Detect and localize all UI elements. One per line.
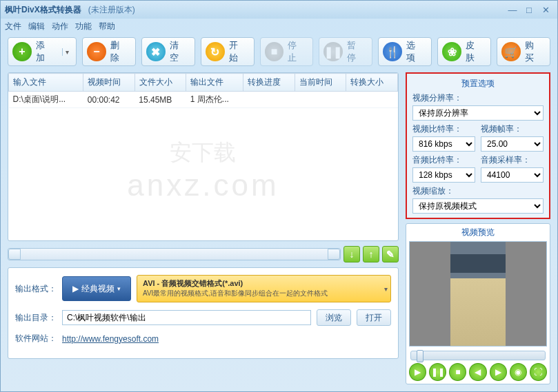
preset-title: 预置选项	[412, 78, 544, 90]
maximize-button[interactable]: □	[521, 3, 537, 16]
menu-function[interactable]: 功能	[75, 21, 92, 32]
move-up-button[interactable]: ↑	[363, 246, 379, 262]
output-format-label: 输出格式：	[15, 283, 57, 295]
col-output[interactable]: 输出文件	[186, 74, 243, 92]
menu-file[interactable]: 文件	[5, 21, 21, 32]
output-dir-input[interactable]	[62, 310, 311, 325]
file-table-panel: 输入文件 视频时间 文件大小 输出文件 转换进度 当前时间 转换大小 D:\桌面…	[8, 72, 399, 241]
fps-label: 视频帧率：	[481, 123, 544, 135]
left-pane: 输入文件 视频时间 文件大小 输出文件 转换进度 当前时间 转换大小 D:\桌面…	[8, 72, 399, 384]
resolution-label: 视频分辨率：	[412, 92, 544, 104]
close-button[interactable]: ✕	[538, 3, 553, 16]
seek-slider[interactable]	[410, 351, 546, 360]
chevron-down-icon: ▾	[384, 285, 388, 293]
skin-button[interactable]: ❀皮肤	[437, 37, 491, 66]
file-table: 输入文件 视频时间 文件大小 输出文件 转换进度 当前时间 转换大小 D:\桌面…	[8, 73, 398, 108]
fps-select[interactable]: 25.00	[481, 136, 544, 152]
stop-icon: ■	[265, 42, 284, 61]
plus-icon: +	[12, 42, 32, 61]
fullscreen-button[interactable]: ⛶	[530, 363, 547, 381]
app-window: 枫叶DivX格式转换器 (未注册版本) — □ ✕ 文件 编辑 动作 功能 帮助…	[0, 0, 558, 392]
clear-button[interactable]: ✖清空	[141, 37, 195, 66]
delete-button[interactable]: −删除	[82, 37, 136, 66]
next-button[interactable]: ▶	[490, 363, 507, 381]
prev-button[interactable]: ◀	[469, 363, 486, 381]
chevron-down-icon[interactable]: ▾	[62, 48, 69, 56]
buy-button[interactable]: 🛒购买	[497, 37, 550, 66]
preview-panel: 视频预览 ▶ ❚❚ ■ ◀ ▶ ◉ ⛶	[406, 223, 550, 384]
play-button[interactable]: ▶	[409, 363, 426, 381]
resolution-select[interactable]: 保持原分辨率	[412, 105, 544, 121]
pause-icon: ❚❚	[323, 42, 343, 61]
col-convsize[interactable]: 转换大小	[346, 74, 398, 92]
vbitrate-select[interactable]: 816 kbps	[412, 136, 475, 152]
app-title: 枫叶DivX格式转换器	[5, 4, 81, 16]
abitrate-label: 音频比特率：	[412, 154, 475, 166]
col-progress[interactable]: 转换进度	[243, 74, 295, 92]
scale-label: 视频缩放：	[412, 185, 544, 197]
apple-icon: ❀	[442, 42, 461, 61]
clear-icon: ✖	[146, 42, 166, 61]
play-icon: ▶	[72, 284, 79, 293]
toolbar: +添加▾ −删除 ✖清空 ↻开始 ■停止 ❚❚暂停 🍴选项 ❀皮肤 🛒购买	[1, 34, 557, 70]
menu-edit[interactable]: 编辑	[28, 21, 45, 32]
preview-title: 视频预览	[409, 227, 547, 238]
samplerate-label: 音频采样率：	[481, 154, 544, 166]
site-link[interactable]: http://www.fengyesoft.com	[62, 334, 159, 344]
cart-icon: 🛒	[501, 42, 521, 61]
col-input[interactable]: 输入文件	[9, 74, 83, 92]
table-row[interactable]: D:\桌面\说明... 00:00:42 15.45MB 1 周杰伦...	[9, 92, 398, 108]
samplerate-select[interactable]: 44100	[481, 167, 544, 183]
col-fsize[interactable]: 文件大小	[134, 74, 186, 92]
right-pane: 预置选项 视频分辨率： 保持原分辨率 视频比特率： 816 kbps 视频帧率：…	[406, 72, 550, 384]
options-button[interactable]: 🍴选项	[378, 37, 432, 66]
output-dir-label: 输出目录：	[15, 312, 57, 324]
refresh-icon: ↻	[206, 42, 225, 61]
menu-action[interactable]: 动作	[52, 21, 68, 32]
move-down-button[interactable]: ↓	[343, 246, 360, 262]
browse-button[interactable]: 浏览	[317, 309, 351, 326]
snapshot-button[interactable]: ◉	[510, 363, 527, 381]
titlebar: 枫叶DivX格式转换器 (未注册版本) — □ ✕	[1, 1, 557, 19]
stop-button: ■停止	[260, 37, 314, 66]
app-subtitle: (未注册版本)	[88, 4, 135, 16]
table-controls: ↓ ↑ ✎	[8, 245, 399, 263]
scale-select[interactable]: 保持原视频模式	[412, 198, 544, 214]
watermark: 安下载 anxz.com	[127, 137, 279, 202]
output-panel: 输出格式： ▶ 经典视频 ▾ AVI - 音频视频交错格式(*.avi) AVI…	[8, 267, 399, 359]
stop-media-button[interactable]: ■	[449, 363, 466, 381]
open-button[interactable]: 打开	[357, 309, 391, 326]
minimize-button[interactable]: —	[505, 3, 520, 16]
horizontal-scrollbar[interactable]	[8, 248, 341, 260]
minus-icon: −	[87, 42, 106, 61]
abitrate-select[interactable]: 128 kbps	[412, 167, 475, 183]
col-curtime[interactable]: 当前时间	[295, 74, 346, 92]
menu-help[interactable]: 帮助	[99, 21, 115, 32]
start-button[interactable]: ↻开始	[201, 37, 255, 66]
menubar: 文件 编辑 动作 功能 帮助	[1, 19, 557, 34]
site-label: 软件网站：	[15, 333, 57, 344]
tools-icon: 🍴	[383, 42, 402, 61]
profile-description[interactable]: AVI - 音频视频交错格式(*.avi) AVI最常用的视频格式,语音和影像同…	[137, 275, 391, 302]
add-button[interactable]: +添加▾	[8, 37, 77, 66]
preset-panel: 预置选项 视频分辨率： 保持原分辨率 视频比特率： 816 kbps 视频帧率：…	[406, 72, 550, 219]
pause-button: ❚❚暂停	[319, 37, 372, 66]
profile-group-button[interactable]: ▶ 经典视频 ▾	[62, 276, 131, 301]
edit-button[interactable]: ✎	[382, 246, 399, 262]
video-preview[interactable]	[409, 241, 547, 347]
vbitrate-label: 视频比特率：	[412, 123, 475, 135]
col-vtime[interactable]: 视频时间	[83, 74, 135, 92]
chevron-down-icon: ▾	[117, 285, 121, 292]
main-area: 输入文件 视频时间 文件大小 输出文件 转换进度 当前时间 转换大小 D:\桌面…	[1, 70, 557, 391]
media-controls: ▶ ❚❚ ■ ◀ ▶ ◉ ⛶	[409, 363, 547, 381]
pause-media-button[interactable]: ❚❚	[429, 363, 446, 381]
